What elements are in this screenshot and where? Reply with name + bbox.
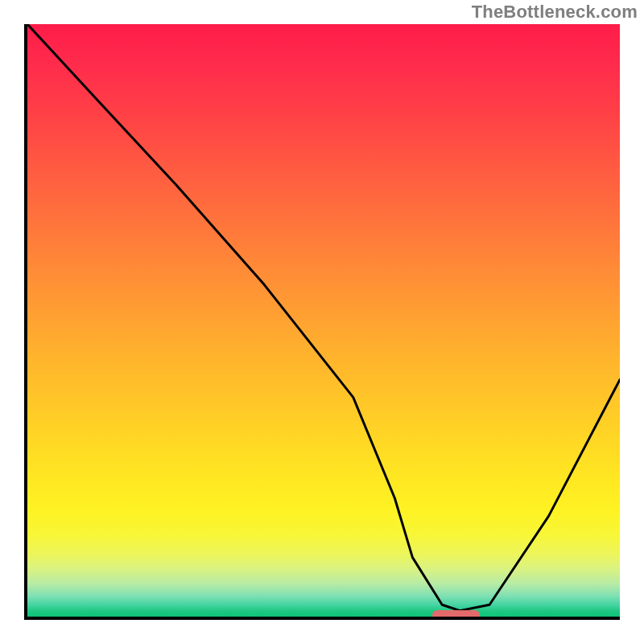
- chart-canvas: TheBottleneck.com: [0, 0, 644, 644]
- bottleneck-curve: [27, 24, 620, 617]
- plot-area: [24, 24, 620, 620]
- watermark-text: TheBottleneck.com: [472, 2, 638, 23]
- optimum-marker: [432, 610, 480, 620]
